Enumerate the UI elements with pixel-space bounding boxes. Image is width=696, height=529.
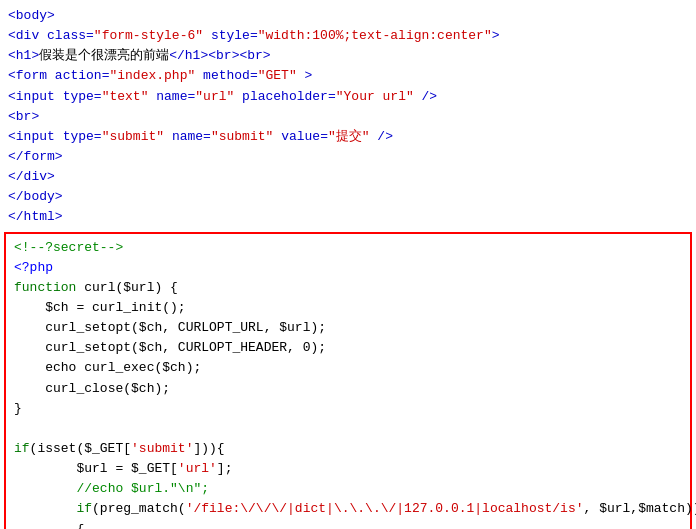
code-line: <!--?secret--> <box>14 238 682 258</box>
code-container: <body> <div class="form-style-6" style="… <box>0 0 696 529</box>
secret-section: <!--?secret--> <?php function curl($url)… <box>4 232 692 529</box>
code-line: </div> <box>8 167 688 187</box>
code-line: <?php <box>14 258 682 278</box>
code-line: </form> <box>8 147 688 167</box>
code-line: curl_setopt($ch, CURLOPT_URL, $url); <box>14 318 682 338</box>
code-line: function curl($url) { <box>14 278 682 298</box>
code-line: </html> <box>8 207 688 227</box>
code-line: <input type="text" name="url" placeholde… <box>8 87 688 107</box>
code-line: if(preg_match('/file:\/\/\/|dict|\.\.\.\… <box>14 499 682 519</box>
code-line: <br> <box>8 107 688 127</box>
code-line: </body> <box>8 187 688 207</box>
code-line: echo curl_exec($ch); <box>14 358 682 378</box>
code-line: <div class="form-style-6" style="width:1… <box>8 26 688 46</box>
code-line: <form action="index.php" method="GET" > <box>8 66 688 86</box>
code-line: curl_close($ch); <box>14 379 682 399</box>
code-line: curl_setopt($ch, CURLOPT_HEADER, 0); <box>14 338 682 358</box>
code-line: $url = $_GET['url']; <box>14 459 682 479</box>
top-section: <body> <div class="form-style-6" style="… <box>0 4 696 230</box>
code-line: { <box>14 520 682 529</box>
code-line: $ch = curl_init(); <box>14 298 682 318</box>
code-line: <h1>假装是个很漂亮的前端</h1><br><br> <box>8 46 688 66</box>
code-line: } <box>14 399 682 419</box>
code-line: if(isset($_GET['submit'])){ <box>14 439 682 459</box>
code-line: <body> <box>8 6 688 26</box>
code-line <box>14 419 682 439</box>
code-line: //echo $url."\n"; <box>14 479 682 499</box>
code-line: <input type="submit" name="submit" value… <box>8 127 688 147</box>
